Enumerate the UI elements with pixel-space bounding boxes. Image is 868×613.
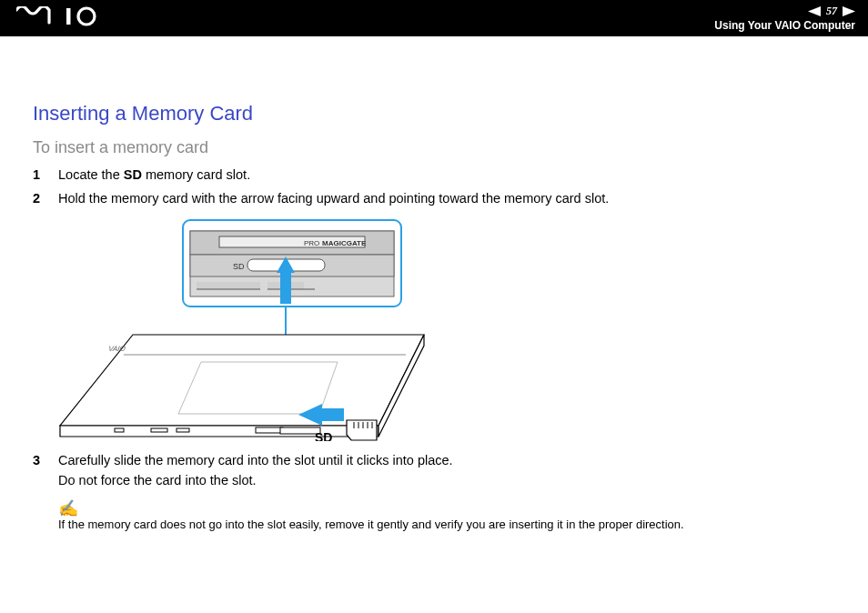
sd-card-icon: [347, 420, 377, 440]
svg-rect-23: [115, 428, 124, 432]
nav-prev-arrow[interactable]: [808, 6, 821, 16]
step-text: Carefully slide the memory card into the…: [58, 450, 843, 491]
note-text: If the memory card does not go into the …: [58, 517, 684, 533]
header-right: 57 Using Your VAIO Computer: [714, 5, 855, 32]
svg-text:VAIO: VAIO: [107, 345, 126, 353]
step-number: 3: [33, 450, 42, 491]
step-2: 2 Hold the memory card with the arrow fa…: [33, 188, 843, 208]
svg-rect-24: [151, 428, 167, 432]
step-list-cont: 3 Carefully slide the memory card into t…: [33, 450, 843, 491]
page-subtitle: To insert a memory card: [33, 138, 843, 157]
callout-label-sd: SD: [233, 262, 245, 271]
vaio-logo: [16, 6, 104, 30]
header-bar: 57 Using Your VAIO Computer: [0, 0, 868, 36]
note-icon: ✍: [58, 500, 684, 517]
page-number: 57: [826, 5, 837, 18]
sd-slot-figure: PRO MAGICGATE SD: [42, 218, 433, 441]
svg-marker-3: [843, 6, 855, 16]
page-content: Inserting a Memory Card To insert a memo…: [33, 102, 843, 533]
nav-next-arrow[interactable]: [843, 6, 855, 16]
step-1: 1 Locate the SD memory card slot.: [33, 165, 843, 185]
step-3: 3 Carefully slide the memory card into t…: [33, 450, 843, 491]
svg-rect-10: [197, 282, 260, 289]
step-number: 1: [33, 165, 42, 185]
callout-label-pro: PRO: [304, 239, 319, 247]
svg-marker-34: [322, 408, 344, 421]
section-label: Using Your VAIO Computer: [714, 19, 855, 32]
step-text: Hold the memory card with the arrow faci…: [58, 188, 843, 208]
step-number: 2: [33, 188, 42, 208]
svg-point-1: [78, 8, 95, 25]
page-title: Inserting a Memory Card: [33, 102, 843, 126]
step-text: Locate the SD memory card slot.: [58, 165, 843, 185]
step-list: 1 Locate the SD memory card slot. 2 Hold…: [33, 165, 843, 209]
sd-label: SD: [315, 430, 332, 441]
note: ✍ If the memory card does not go into th…: [58, 500, 843, 533]
svg-rect-26: [256, 427, 283, 433]
svg-marker-2: [808, 6, 821, 16]
svg-rect-15: [280, 273, 291, 304]
svg-rect-0: [66, 8, 71, 25]
callout-label-magicgate: MAGICGATE: [322, 239, 367, 247]
svg-rect-25: [177, 428, 189, 432]
